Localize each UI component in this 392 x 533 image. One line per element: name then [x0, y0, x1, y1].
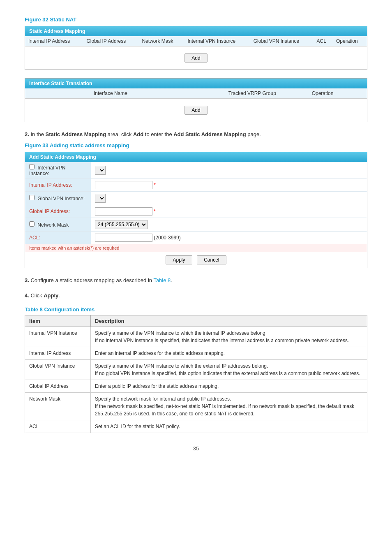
internal-ip-label: Internal IP Address: — [29, 182, 72, 188]
global-vpn-label-cell: Global VPN Instance: — [25, 191, 91, 205]
step2: 2. In the Static Address Mapping area, c… — [25, 130, 367, 139]
desc-global-vpn: Specify a name of the VPN instance to wh… — [91, 360, 367, 380]
step2-bold3: Add Static Address Mapping — [173, 131, 246, 137]
global-ip-label-cell: Global IP Address: — [25, 205, 91, 218]
config-col-item: Item — [25, 315, 91, 327]
table-row: Network Mask Specify the network mask fo… — [25, 393, 367, 420]
internal-vpn-label: Internal VPN Instance: — [29, 165, 65, 176]
table-row: Global IP Address Enter a public IP addr… — [25, 380, 367, 393]
step2-bold2: Add — [133, 131, 143, 137]
step4: 4. Click Apply. — [25, 292, 367, 300]
internal-ip-asterisk: * — [154, 182, 156, 188]
step3-number: 3. — [25, 277, 29, 283]
internal-ip-input[interactable] — [95, 181, 152, 189]
table-row: Internal VPN Instance Specify a name of … — [25, 327, 367, 347]
add-static-mapping-header: Add Static Address Mapping — [25, 152, 367, 162]
item-acl: ACL — [25, 420, 91, 433]
internal-vpn-select[interactable] — [95, 166, 106, 175]
desc-acl: Set an ACL ID for the static NAT policy. — [91, 420, 367, 433]
network-mask-checkbox[interactable] — [29, 221, 35, 227]
page-number: 35 — [25, 445, 367, 452]
col-operation: Operation — [333, 36, 367, 46]
step4-number: 4. — [25, 292, 29, 299]
desc-internal-vpn: Specify a name of the VPN instance to wh… — [91, 327, 367, 347]
col-global-ip: Global IP Address — [83, 36, 138, 46]
acl-hint: (2000-3999) — [154, 235, 180, 241]
table-row: Internal IP Address Enter an internal IP… — [25, 347, 367, 360]
internal-vpn-checkbox[interactable] — [29, 164, 35, 169]
step3: 3. Configure a static address mapping as… — [25, 276, 367, 285]
item-internal-ip: Internal IP Address — [25, 347, 91, 360]
table-row: ACL Set an ACL ID for the static NAT pol… — [25, 420, 367, 433]
col-acl: ACL — [314, 36, 333, 46]
network-mask-label: Network Mask — [37, 222, 69, 228]
step4-bold: Apply — [44, 292, 58, 299]
apply-button[interactable]: Apply — [166, 255, 192, 264]
desc-network-mask: Specify the network mask for internal an… — [91, 393, 367, 420]
item-global-vpn: Global VPN Instance — [25, 360, 91, 380]
config-col-description: Description — [91, 315, 367, 327]
col-global-vpn: Global VPN Instance — [250, 36, 314, 46]
global-vpn-checkbox[interactable] — [29, 195, 35, 200]
table8-title: Table 8 Configuration items — [25, 306, 367, 313]
global-ip-asterisk: * — [154, 209, 156, 214]
step2-bold1: Static Address Mapping — [46, 131, 106, 137]
form-buttons: Apply Cancel — [25, 252, 367, 268]
interface-static-translation-panel: Interface Static Translation Interface N… — [25, 78, 367, 122]
required-note: Items marked with an asterisk(*) are req… — [25, 244, 367, 252]
static-mapping-add-button[interactable]: Add — [184, 53, 207, 63]
cancel-button[interactable]: Cancel — [197, 255, 226, 264]
step2-number: 2. — [25, 131, 29, 137]
table8-link[interactable]: Table 8 — [153, 277, 171, 283]
desc-internal-ip: Enter an internal IP address for the sta… — [91, 347, 367, 360]
global-ip-label: Global IP Address: — [29, 209, 70, 214]
figure32-title: Figure 32 Static NAT — [25, 16, 367, 23]
global-ip-value-cell: * — [91, 205, 367, 218]
acl-input[interactable] — [95, 234, 152, 242]
internal-vpn-label-cell: Internal VPN Instance: — [25, 162, 91, 179]
network-mask-label-cell: Network Mask — [25, 218, 91, 231]
network-mask-value-cell: 24 (255.255.255.0) — [91, 218, 367, 231]
col-internal-vpn: Internal VPN Instance — [184, 36, 250, 46]
interface-static-translation-header: Interface Static Translation — [25, 79, 367, 88]
col-tracked-vrrp: Tracked VRRP Group — [196, 88, 309, 99]
table-row: Global VPN Instance Specify a name of th… — [25, 360, 367, 380]
internal-ip-value-cell: * — [91, 178, 367, 191]
global-ip-input[interactable] — [95, 207, 152, 216]
global-vpn-value-cell — [91, 191, 367, 205]
acl-label-cell: ACL: — [25, 231, 91, 244]
static-address-mapping-header: Static Address Mapping — [25, 26, 367, 36]
figure33-title: Figure 33 Adding static address mapping — [25, 142, 367, 148]
global-vpn-label: Global VPN Instance: — [37, 196, 85, 202]
config-table: Item Description Internal VPN Instance S… — [25, 315, 367, 433]
col-network-mask: Network Mask — [138, 36, 184, 46]
col-internal-ip: Internal IP Address — [25, 36, 83, 46]
network-mask-select[interactable]: 24 (255.255.255.0) — [95, 220, 148, 229]
static-address-mapping-panel: Static Address Mapping Internal IP Addre… — [25, 26, 367, 70]
item-network-mask: Network Mask — [25, 393, 91, 420]
interface-add-button[interactable]: Add — [184, 106, 207, 115]
internal-vpn-value-cell — [91, 162, 367, 179]
col-operation2: Operation — [309, 88, 367, 99]
acl-label: ACL: — [29, 235, 40, 241]
desc-global-ip: Enter a public IP address for the static… — [91, 380, 367, 393]
acl-value-cell: (2000-3999) — [91, 231, 367, 244]
internal-ip-label-cell: Internal IP Address: — [25, 178, 91, 191]
add-static-mapping-panel: Add Static Address Mapping Internal VPN … — [25, 152, 367, 268]
global-vpn-select[interactable] — [95, 194, 106, 203]
item-internal-vpn: Internal VPN Instance — [25, 327, 91, 347]
item-global-ip: Global IP Address — [25, 380, 91, 393]
col-interface-name: Interface Name — [25, 88, 196, 99]
